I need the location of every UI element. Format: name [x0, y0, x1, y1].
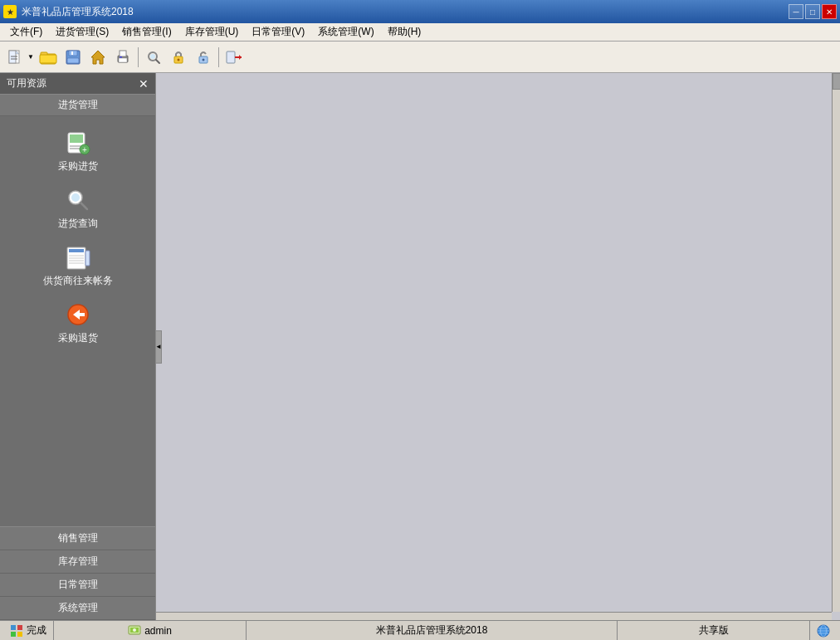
new-btn-group: ▼: [3, 46, 35, 69]
sidebar-item-purchase-return[interactable]: 采购退货: [0, 295, 155, 352]
sidebar-bottom: 销售管理 库存管理 日常管理 系统管理: [0, 526, 155, 620]
status-section-status: 完成: [3, 621, 54, 640]
svg-point-52: [133, 628, 136, 632]
user-label: admin: [144, 625, 172, 637]
sidebar-header: 可用资源 ✕: [0, 73, 155, 95]
sidebar-section-title: 进货管理: [0, 95, 155, 116]
title-bar-controls: ─ □ ✕: [789, 4, 837, 19]
status-text: 完成: [27, 623, 46, 638]
svg-line-36: [81, 203, 87, 209]
menu-inventory[interactable]: 库存管理(U): [178, 23, 246, 41]
open-button[interactable]: [37, 46, 60, 69]
menu-sales[interactable]: 销售管理(I): [115, 23, 178, 41]
svg-rect-38: [69, 249, 84, 252]
svg-marker-26: [239, 55, 242, 60]
status-section-system: 米普礼品店管理系统2018: [247, 621, 618, 640]
sidebar-items: + 采购进货 进货查询: [0, 116, 155, 526]
title-bar: ★ 米普礼品店管理系统2018 ─ □ ✕: [0, 0, 840, 23]
minimize-button[interactable]: ─: [789, 4, 803, 19]
menu-system[interactable]: 系统管理(W): [311, 23, 380, 41]
status-bar: 完成 admin 米普礼品店管理系统2018 共享版: [0, 620, 840, 640]
purchase-return-icon: [65, 301, 91, 328]
svg-rect-10: [71, 51, 73, 55]
purchase-query-icon: [65, 187, 91, 213]
svg-rect-47: [17, 625, 22, 630]
sidebar-bottom-system[interactable]: 系统管理: [0, 597, 155, 620]
svg-rect-29: [70, 134, 83, 143]
purchase-return-label: 采购退货: [58, 331, 98, 345]
maximize-button[interactable]: □: [805, 4, 820, 19]
sidebar-item-purchase-in[interactable]: + 采购进货: [0, 123, 155, 180]
title-text: 米普礼品店管理系统2018: [22, 5, 134, 19]
find-button[interactable]: [142, 46, 165, 69]
content-inner: [156, 73, 832, 612]
sidebar-collapse-handle[interactable]: ◄: [155, 330, 162, 364]
lock-button[interactable]: [167, 46, 190, 69]
svg-text:+: +: [82, 145, 87, 154]
menu-file[interactable]: 文件(F): [3, 23, 49, 41]
svg-point-18: [150, 54, 155, 59]
windows-icon: [10, 624, 23, 638]
svg-marker-12: [91, 51, 105, 64]
user-icon: [128, 624, 141, 638]
toolbar-separator-2: [218, 47, 219, 67]
svg-point-21: [178, 58, 180, 61]
main-area: 可用资源 ✕ 进货管理 + 采购进货: [0, 73, 840, 620]
home-button[interactable]: [86, 46, 110, 69]
status-section-edition: 共享版: [618, 621, 810, 640]
sidebar: 可用资源 ✕ 进货管理 + 采购进货: [0, 73, 156, 620]
sidebar-title: 可用资源: [7, 76, 46, 90]
svg-line-19: [156, 60, 159, 63]
svg-rect-15: [119, 58, 127, 62]
globe-icon: [817, 624, 830, 638]
sidebar-bottom-sales[interactable]: 销售管理: [0, 527, 155, 550]
sidebar-item-purchase-query[interactable]: 进货查询: [0, 180, 155, 237]
svg-rect-48: [11, 632, 16, 637]
status-section-user: admin: [54, 621, 247, 640]
status-section-globe: [810, 621, 837, 640]
close-button[interactable]: ✕: [822, 4, 837, 19]
scrollbar-horizontal[interactable]: [156, 612, 832, 620]
sidebar-bottom-daily[interactable]: 日常管理: [0, 574, 155, 597]
svg-point-35: [71, 193, 80, 202]
toolbar: ▼: [0, 42, 840, 73]
menu-bar: 文件(F) 进货管理(S) 销售管理(I) 库存管理(U) 日常管理(V) 系统…: [0, 23, 840, 42]
menu-purchase[interactable]: 进货管理(S): [49, 23, 115, 41]
svg-rect-7: [40, 55, 56, 63]
new-button[interactable]: [3, 46, 27, 69]
svg-rect-46: [11, 625, 16, 630]
purchase-in-label: 采购进货: [58, 159, 98, 173]
content-area: [156, 73, 840, 620]
purchase-query-label: 进货查询: [58, 217, 98, 231]
svg-rect-14: [120, 51, 126, 56]
new-dropdown-arrow[interactable]: ▼: [27, 46, 35, 69]
sidebar-close-button[interactable]: ✕: [139, 77, 149, 90]
toolbar-separator-1: [138, 47, 139, 67]
edition-label: 共享版: [699, 623, 729, 638]
exit-button[interactable]: [222, 46, 246, 69]
svg-rect-24: [227, 51, 235, 63]
save-button[interactable]: [61, 46, 85, 69]
menu-daily[interactable]: 日常管理(V): [245, 23, 311, 41]
scrollbar-vertical[interactable]: [832, 73, 840, 612]
svg-rect-11: [67, 58, 79, 63]
system-name-status: 米普礼品店管理系统2018: [376, 623, 488, 638]
supplier-ledger-icon: [65, 244, 91, 271]
unlock-button[interactable]: [192, 46, 215, 69]
purchase-in-icon: +: [65, 129, 91, 156]
print-button[interactable]: [111, 46, 134, 69]
svg-rect-43: [85, 251, 90, 266]
menu-help[interactable]: 帮助(H): [381, 23, 428, 41]
sidebar-item-supplier-ledger[interactable]: 供货商往来帐务: [0, 237, 155, 295]
svg-rect-49: [17, 632, 22, 637]
app-icon: ★: [3, 5, 17, 18]
svg-point-23: [203, 58, 205, 61]
title-bar-left: ★ 米普礼品店管理系统2018: [3, 5, 134, 19]
svg-rect-16: [120, 56, 122, 58]
supplier-ledger-label: 供货商往来帐务: [43, 274, 113, 288]
sidebar-bottom-inventory[interactable]: 库存管理: [0, 550, 155, 574]
